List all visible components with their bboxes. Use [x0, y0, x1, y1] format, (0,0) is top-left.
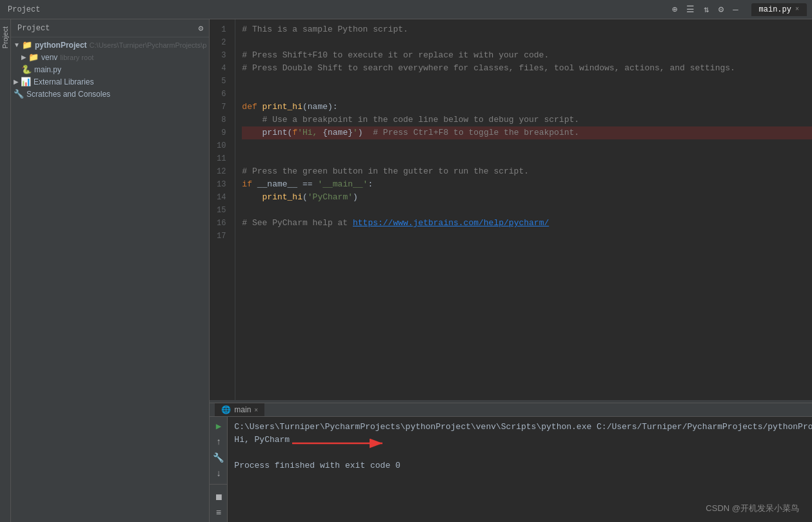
tree-venv-sub: library root [60, 54, 94, 61]
code-line-6 [242, 88, 812, 101]
code-line-12: # Press the green button in the gutter t… [242, 165, 812, 178]
proj-tool-settings[interactable]: ⚙ [197, 23, 206, 34]
run-button[interactable]: ▶ [215, 419, 223, 433]
code-line-4: # Press Double Shift to search everywher… [242, 62, 812, 75]
line-numbers: 1 2 3 4 5 6 7 8 9 10 11 12 ▶ [210, 19, 235, 400]
line-17: 17 [210, 230, 230, 243]
code-editor: 1 2 3 4 5 6 7 8 9 10 11 12 ▶ [210, 19, 812, 400]
code-line-15 [242, 204, 812, 217]
run-tab-close[interactable]: × [254, 407, 258, 414]
project-toolbar: Project ⚙ [11, 19, 209, 37]
tree-item-main-py[interactable]: 🐍 main.py [11, 63, 209, 75]
divider-1 [210, 484, 227, 487]
code-line-5 [242, 75, 812, 88]
line-4: 4 [210, 62, 230, 75]
console-exit-line: Process finished with exit code 0 [234, 459, 812, 472]
line-15: 15 [210, 204, 230, 217]
line-14: 14 [210, 191, 230, 204]
line-3: 3 [210, 49, 230, 62]
tree-arrow-ext: ▶ [14, 78, 19, 85]
run-tab-bar: 🌐 main × [210, 403, 812, 417]
side-label-project[interactable]: Project [0, 23, 10, 52]
tab-main-py-label: main.py [759, 5, 791, 14]
tree-item-ext-libs[interactable]: ▶ 📊 External Libraries [11, 75, 209, 88]
tab-bar: main.py × [751, 3, 807, 16]
tree-item-scratches[interactable]: 🔧 Scratches and Consoles [11, 88, 209, 100]
toolbar-btn-4[interactable]: ⚙ [716, 3, 726, 16]
toolbar-btn-1[interactable]: ⊕ [669, 3, 680, 16]
python-file-icon: 🐍 [21, 65, 32, 74]
tab-close-icon[interactable]: × [795, 6, 799, 13]
tree-root-path: C:\Users\Turniper\PycharmProjects\p [90, 41, 207, 49]
console-hi-pycharm: Hi, PyCharm [234, 434, 290, 447]
toolbar-btn-3[interactable]: ⇅ [701, 3, 711, 16]
tree-arrow-root: ▼ [14, 41, 20, 48]
line-12: 12 [210, 165, 230, 178]
up-button[interactable]: ↑ [215, 436, 223, 448]
line-8: 8 [210, 114, 230, 126]
console-output-row: Hi, PyCharm [234, 434, 812, 447]
tree-item-venv[interactable]: ▶ 📁 venv library root [11, 51, 209, 63]
project-menu[interactable]: Project [8, 5, 40, 14]
line-16: 16 [210, 217, 230, 230]
side-icon-bar: Project [0, 19, 11, 522]
code-line-9: print(f'Hi, {name}') # Press Ctrl+F8 to … [242, 126, 812, 139]
tree-main-py-label: main.py [34, 65, 61, 74]
down-button[interactable]: ↓ [215, 467, 223, 480]
tree-root-label: pythonProject [35, 41, 87, 50]
toolbar-btn-2[interactable]: ☰ [684, 3, 697, 16]
code-line-3: # Press Shift+F10 to execute it or repla… [242, 49, 812, 62]
toolbar-btn-5[interactable]: — [730, 3, 740, 16]
run-tab-icon: 🌐 [221, 405, 231, 414]
tree-item-root[interactable]: ▼ 📁 pythonProject C:\Users\Turniper\Pych… [11, 39, 209, 51]
tree-arrow-venv: ▶ [21, 54, 26, 61]
run-tab-main[interactable]: 🌐 main × [215, 403, 264, 416]
line-11: 11 [210, 152, 230, 165]
scratches-icon: 🔧 [14, 89, 24, 99]
project-tree: ▼ 📁 pythonProject C:\Users\Turniper\Pych… [11, 37, 209, 522]
folder-icon-venv: 📁 [28, 52, 39, 62]
line-7: 7 [210, 101, 230, 114]
code-line-10 [242, 139, 812, 152]
main-layout: Project Project ⚙ ▼ 📁 pythonProject C:\U… [0, 19, 812, 522]
tree-venv-label: venv [41, 53, 57, 62]
wrench-button[interactable]: 🔧 [212, 451, 225, 465]
folder-icon-root: 📁 [22, 40, 32, 50]
stop-button[interactable]: ⏹ [213, 491, 224, 504]
bottom-side-toolbar: ▶ ↑ 🔧 ↓ ⏹ ≡ 🖨 ⊞ 🗑 [210, 417, 228, 522]
editor-and-bottom: 1 2 3 4 5 6 7 8 9 10 11 12 ▶ [210, 19, 812, 522]
code-line-16: # See PyCharm help at https://www.jetbra… [242, 217, 812, 230]
console-cmd-line: C:\Users\Turniper\PycharmProjects\python… [234, 421, 812, 434]
code-line-11 [242, 152, 812, 165]
tab-main-py[interactable]: main.py × [751, 3, 807, 16]
top-toolbar: Project ⊕ ☰ ⇅ ⚙ — main.py × [0, 0, 812, 19]
code-line-2 [242, 36, 812, 49]
tree-scratches-label: Scratches and Consoles [26, 90, 110, 99]
code-line-13: if __name__ == '__main__': [242, 178, 812, 191]
code-line-8: # Use a breakpoint in the code line belo… [242, 114, 812, 126]
line-1: 1 [210, 23, 230, 36]
run-tab-label: main [234, 405, 251, 414]
code-line-7: def print_hi(name): [242, 101, 812, 114]
line-6: 6 [210, 88, 230, 101]
line-9: 9 [210, 126, 230, 139]
line-10: 10 [210, 139, 230, 152]
watermark: CSDN @开机发呆小菜鸟 [706, 503, 799, 514]
scroll-button[interactable]: ≡ [215, 507, 223, 519]
line-2: 2 [210, 36, 230, 49]
code-line-14: print_hi('PyCharm') [242, 191, 812, 204]
code-line-17 [242, 230, 812, 243]
code-line-1: # This is a sample Python script. [242, 23, 812, 36]
line-13: ▶ 13 [210, 178, 230, 191]
code-content[interactable]: # This is a sample Python script. # Pres… [235, 19, 812, 400]
tree-ext-libs-label: External Libraries [34, 77, 94, 86]
project-panel-title: Project [17, 24, 50, 33]
console-blank [234, 447, 812, 459]
line-5: 5 [210, 75, 230, 88]
project-panel: Project ⚙ ▼ 📁 pythonProject C:\Users\Tur… [11, 19, 210, 522]
library-icon: 📊 [21, 77, 31, 86]
